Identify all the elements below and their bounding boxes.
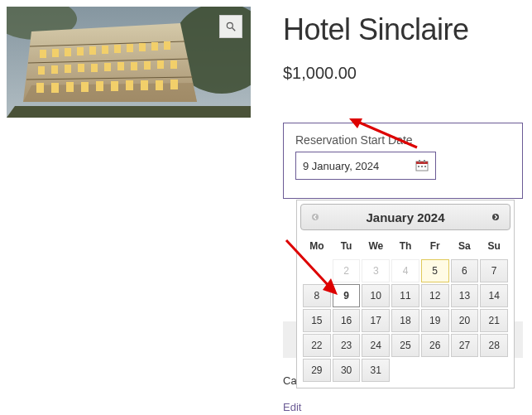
svg-rect-27: [131, 62, 137, 70]
calendar-day[interactable]: 11: [391, 284, 419, 307]
svg-rect-49: [424, 166, 426, 167]
svg-rect-32: [51, 83, 59, 93]
calendar-day[interactable]: 14: [480, 284, 508, 307]
svg-rect-25: [104, 63, 111, 71]
svg-rect-17: [139, 43, 146, 51]
svg-rect-13: [89, 46, 96, 55]
calendar-day[interactable]: 6: [451, 259, 479, 282]
svg-rect-22: [65, 65, 71, 73]
calendar-icon: [415, 160, 429, 171]
calendar-day[interactable]: 23: [333, 334, 361, 357]
calendar-dow: Tu: [332, 235, 362, 258]
calendar-month-year: January 2024: [366, 210, 444, 224]
svg-rect-11: [65, 48, 71, 56]
svg-rect-37: [126, 80, 133, 90]
calendar-day[interactable]: 17: [362, 309, 390, 332]
calendar-dow: Mo: [302, 235, 332, 258]
svg-line-42: [232, 28, 236, 31]
svg-rect-21: [51, 65, 58, 74]
calendar-day: 2: [333, 259, 361, 282]
calendar-day[interactable]: 16: [333, 309, 361, 332]
calendar-day[interactable]: 27: [451, 334, 479, 357]
chevron-right-icon: [491, 213, 500, 221]
svg-point-41: [227, 22, 232, 28]
calendar-day: [451, 359, 479, 382]
svg-rect-23: [78, 64, 84, 72]
calendar-day: [480, 359, 508, 382]
calendar-day[interactable]: 20: [451, 309, 479, 332]
calendar-day[interactable]: 25: [391, 334, 419, 357]
edit-link[interactable]: Edit: [283, 401, 301, 413]
calendar-day[interactable]: 30: [333, 359, 361, 382]
calendar-day[interactable]: 19: [421, 309, 449, 332]
calendar-dow: Th: [391, 235, 420, 258]
svg-marker-3: [7, 106, 251, 118]
calendar-day: 3: [362, 259, 390, 282]
magnify-icon: [225, 21, 237, 32]
svg-rect-45: [419, 160, 420, 162]
reservation-date-value: 9 January, 2024: [303, 160, 379, 172]
svg-rect-40: [170, 80, 178, 89]
calendar-day[interactable]: 8: [303, 284, 331, 307]
calendar-dow: Fr: [420, 235, 450, 258]
calendar-day[interactable]: 10: [362, 284, 390, 307]
calendar-day[interactable]: 21: [480, 309, 508, 332]
calendar-day[interactable]: 13: [451, 284, 479, 307]
svg-rect-47: [418, 166, 419, 167]
calendar-day: [303, 259, 331, 282]
zoom-icon-button[interactable]: [219, 15, 242, 38]
svg-rect-14: [102, 46, 108, 54]
reservation-date-label: Reservation Start Date: [295, 133, 510, 147]
reservation-field-group: Reservation Start Date 9 January, 2024: [283, 123, 523, 199]
calendar-header: January 2024: [300, 204, 510, 230]
svg-rect-30: [170, 60, 177, 69]
svg-rect-36: [111, 81, 118, 91]
calendar-day: [391, 359, 419, 382]
calendar-day[interactable]: 15: [303, 309, 331, 332]
calendar-next-button[interactable]: [488, 210, 503, 224]
calendar-day[interactable]: 31: [362, 359, 390, 382]
svg-rect-48: [421, 166, 423, 167]
svg-point-51: [492, 214, 499, 220]
svg-rect-38: [141, 80, 148, 90]
svg-rect-16: [127, 44, 133, 52]
product-price: $1,000.00: [283, 64, 523, 83]
calendar-day[interactable]: 5: [421, 259, 449, 282]
svg-rect-46: [424, 160, 425, 162]
svg-rect-28: [144, 61, 151, 70]
calendar-day[interactable]: 12: [421, 284, 449, 307]
calendar-day[interactable]: 28: [480, 334, 508, 357]
reservation-date-input[interactable]: 9 January, 2024: [295, 152, 436, 180]
svg-rect-39: [156, 80, 163, 90]
svg-rect-29: [157, 60, 164, 69]
calendar-day[interactable]: 9: [333, 284, 361, 307]
calendar-dow: Sa: [450, 235, 480, 258]
svg-rect-19: [164, 41, 170, 50]
calendar-day[interactable]: 24: [362, 334, 390, 357]
svg-rect-10: [52, 49, 59, 57]
svg-rect-31: [36, 83, 44, 93]
svg-rect-12: [77, 47, 84, 55]
calendar-day: [421, 359, 449, 382]
calendar-day[interactable]: 29: [303, 359, 331, 382]
svg-rect-26: [117, 62, 124, 70]
svg-rect-24: [91, 64, 98, 72]
calendar-day[interactable]: 7: [480, 259, 508, 282]
calendar-dow: We: [361, 235, 391, 258]
calendar-prev-button[interactable]: [308, 210, 323, 224]
calendar-day[interactable]: 18: [391, 309, 419, 332]
product-title: Hotel Sinclaire: [283, 12, 523, 47]
calendar-day[interactable]: 26: [421, 334, 449, 357]
svg-rect-44: [416, 162, 428, 164]
datepicker-calendar: January 2024 MoTuWeThFrSaSu2345678910111…: [296, 200, 515, 388]
svg-rect-35: [96, 81, 103, 91]
chevron-left-icon: [311, 213, 319, 221]
svg-rect-33: [66, 82, 74, 92]
calendar-day[interactable]: 22: [303, 334, 331, 357]
svg-rect-9: [40, 50, 46, 58]
svg-rect-34: [81, 82, 89, 92]
calendar-day: 4: [391, 259, 419, 282]
product-image[interactable]: [7, 7, 251, 118]
svg-rect-20: [38, 66, 45, 75]
svg-rect-15: [114, 45, 121, 53]
